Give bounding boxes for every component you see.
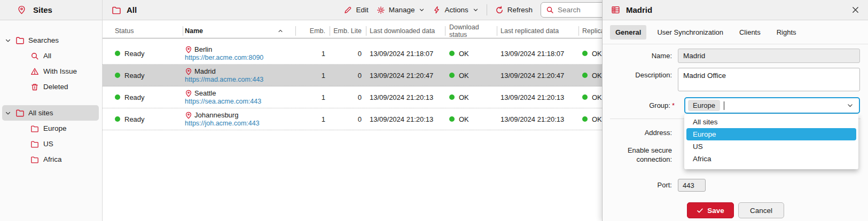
- sidebar-header: Sites: [0, 0, 102, 20]
- replication-status-value: OK: [592, 72, 602, 80]
- dropdown-option-us[interactable]: US: [686, 140, 856, 153]
- emb-lite-value: 0: [358, 93, 362, 101]
- gear-icon: [377, 6, 385, 14]
- site-name: Berlin: [194, 45, 212, 53]
- dropdown-option-europe[interactable]: Europe: [686, 128, 856, 140]
- group-selected-chip[interactable]: Europe: [688, 100, 720, 111]
- sidebar-item-label: US: [43, 140, 53, 148]
- address-label: Address:: [603, 129, 678, 137]
- emb-lite-value: 0: [358, 50, 362, 58]
- close-icon[interactable]: [851, 6, 859, 14]
- column-header-download-status[interactable]: Download status: [445, 23, 497, 38]
- status-dot: [115, 94, 120, 100]
- name-row: Name:: [603, 49, 860, 63]
- cancel-button[interactable]: Cancel: [738, 202, 784, 218]
- save-label: Save: [707, 207, 724, 215]
- last-replicated-value: 13/09/2024 21:20:13: [501, 115, 564, 123]
- sidebar-item-label: Europe: [43, 124, 67, 132]
- port-label: Port:: [603, 181, 678, 190]
- replication-status-value: OK: [592, 93, 602, 101]
- sidebar-item-us[interactable]: US: [2, 136, 99, 152]
- search-icon: [30, 52, 39, 60]
- folder-icon: [30, 155, 39, 164]
- edit-button[interactable]: Edit: [343, 6, 368, 14]
- site-name: Madrid: [194, 67, 216, 75]
- text-cursor: [724, 101, 724, 110]
- status-dot: [449, 51, 455, 56]
- column-header-name[interactable]: Name: [183, 23, 295, 38]
- status-dot: [115, 51, 120, 56]
- sidebar-item-europe[interactable]: Europe: [2, 121, 99, 136]
- chevron-down-icon: [473, 7, 479, 13]
- status-dot: [582, 51, 588, 56]
- folder-icon: [15, 108, 25, 117]
- emb-lite-value: 0: [358, 72, 362, 80]
- site-url-link[interactable]: https://sea.acme.com:443: [185, 98, 261, 105]
- site-url-link[interactable]: https://joh.acme.com:443: [185, 120, 260, 127]
- column-header-last-downloaded[interactable]: Last downloaded data: [366, 23, 445, 38]
- sidebar-group-label: All sites: [28, 109, 53, 117]
- sidebar-item-label: Deleted: [43, 83, 68, 91]
- status-dot: [582, 116, 588, 122]
- actions-button[interactable]: Actions: [433, 6, 478, 14]
- group-combobox[interactable]: Europe: [684, 97, 860, 114]
- location-pin-icon: [185, 90, 192, 97]
- sidebar-title: Sites: [33, 5, 52, 14]
- sidebar-group-label: Searches: [28, 36, 59, 44]
- name-field[interactable]: [678, 49, 860, 63]
- column-header-status[interactable]: Status: [103, 23, 183, 38]
- emb-value: 1: [322, 50, 325, 58]
- sidebar-item-africa[interactable]: Africa: [2, 152, 99, 167]
- manage-button[interactable]: Manage: [377, 6, 425, 14]
- chevron-down-icon[interactable]: [847, 102, 854, 109]
- secure-connection-label: Enable secureconnection:: [603, 146, 678, 164]
- status-dot: [115, 73, 120, 78]
- status-dot: [449, 73, 455, 78]
- sidebar-item-all[interactable]: All: [2, 48, 99, 64]
- last-downloaded-value: 13/09/2024 21:20:13: [370, 93, 433, 101]
- tab-user-synchronization[interactable]: User Synchronization: [652, 25, 729, 40]
- site-url-link[interactable]: https://mad.acme.com:443: [185, 76, 263, 83]
- last-replicated-value: 13/09/2024 21:20:47: [501, 72, 564, 80]
- detail-header: Madrid: [603, 0, 868, 20]
- status-dot: [449, 116, 455, 122]
- general-form: Name: Description: Madrid Office Group:*…: [603, 44, 868, 221]
- last-downloaded-value: 13/09/2024 21:20:13: [370, 115, 433, 123]
- column-header-emb[interactable]: Emb.: [295, 23, 330, 38]
- dropdown-option-africa[interactable]: Africa: [686, 153, 856, 165]
- sidebar-item-label: Africa: [43, 155, 62, 163]
- tab-clients[interactable]: Clients: [734, 25, 766, 40]
- refresh-button[interactable]: Refresh: [495, 6, 533, 14]
- description-field[interactable]: Madrid Office: [678, 68, 860, 91]
- replication-status-value: OK: [592, 50, 602, 58]
- search-icon: [546, 6, 554, 14]
- sidebar-item-label: With Issue: [43, 67, 77, 75]
- dropdown-option-all-sites[interactable]: All sites: [686, 116, 856, 128]
- tab-general[interactable]: General: [610, 25, 646, 40]
- list-toolbar: Edit Manage: [343, 2, 615, 18]
- description-row: Description: Madrid Office: [603, 68, 860, 91]
- status-dot: [582, 73, 588, 78]
- save-button[interactable]: Save: [687, 202, 734, 218]
- chevron-down-icon: [5, 37, 11, 44]
- check-icon: [697, 207, 703, 214]
- sidebar-group-all-sites[interactable]: All sites: [2, 105, 99, 121]
- port-field[interactable]: [678, 179, 706, 192]
- server-icon: [611, 5, 620, 14]
- search-input[interactable]: [558, 6, 606, 14]
- location-pin-icon: [185, 68, 192, 75]
- location-pin-icon: [17, 5, 26, 14]
- detail-tabs: General User Synchronization Clients Rig…: [603, 20, 868, 44]
- last-downloaded-value: 13/09/2024 21:20:47: [370, 72, 433, 80]
- column-header-emb-lite[interactable]: Emb. Lite: [330, 23, 366, 38]
- tab-rights[interactable]: Rights: [771, 25, 802, 40]
- column-header-last-replicated[interactable]: Last replicated data: [497, 23, 578, 38]
- sidebar-item-deleted[interactable]: Deleted: [2, 79, 99, 94]
- site-url-link[interactable]: https://ber.acme.com:8090: [185, 54, 263, 61]
- sidebar-group-searches[interactable]: Searches: [2, 33, 99, 48]
- download-status-value: OK: [459, 72, 469, 80]
- sidebar-item-with-issue[interactable]: With Issue: [2, 64, 99, 79]
- detail-title: Madrid: [626, 5, 652, 14]
- status-dot: [115, 116, 120, 122]
- site-detail-panel: Madrid General User Synchronization Clie…: [602, 0, 868, 221]
